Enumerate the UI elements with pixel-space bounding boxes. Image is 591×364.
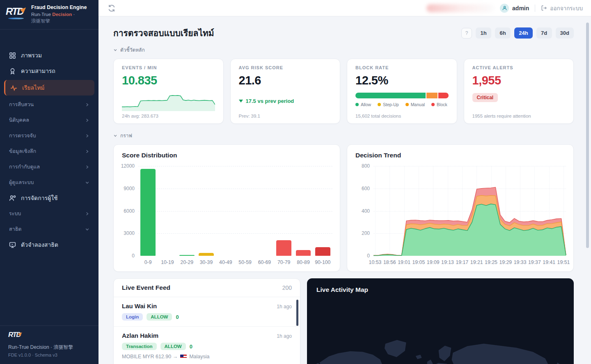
event-type-badge: Transaction — [122, 343, 157, 350]
decision-badge: ALLOW — [147, 313, 172, 321]
kpi-label: BLOCK RATE — [355, 65, 449, 70]
sidebar-group-investigation[interactable]: การสืบสวน — [0, 97, 98, 112]
score-distribution-plot: 0300060009000120000-910-1920-2930-3940-4… — [122, 166, 332, 266]
chart-title: Score Distribution — [122, 152, 332, 159]
sidebar-item-realtime[interactable]: เรียลไทม์ — [4, 80, 94, 96]
kpi-delta: 17.5 vs prev period — [239, 98, 332, 104]
kpi-row: EVENTS / MIN 10.835 24h avg: 283.673 AVG… — [113, 59, 574, 124]
manual-segment — [426, 93, 438, 98]
help-button[interactable]: ? — [461, 28, 472, 39]
range-30d-button[interactable]: 30d — [556, 27, 574, 39]
decision-legend: Allow Step-Up Manual Block — [355, 102, 449, 107]
score-distribution-card: Score Distribution 0300060009000120000-9… — [113, 144, 340, 272]
decision-mix-bar — [355, 93, 449, 98]
sidebar-nav: ภาพรวม ความสามารถ เรียลไทม์ การสืบสวน นิ… — [0, 30, 98, 253]
charts-section-toggle[interactable]: กราฟ — [113, 132, 574, 139]
kpi-value: 1,955 — [472, 74, 566, 87]
kpi-avg-risk-score: AVG RISK SCORE 21.6 17.5 vs prev period … — [230, 59, 341, 124]
feed-item-time: 1h ago — [277, 304, 292, 309]
sidebar-group-insights[interactable]: ข้อมูลเชิงลึก — [0, 143, 98, 159]
chevron-right-icon — [85, 102, 89, 107]
kpi-events-per-min: EVENTS / MIN 10.835 24h avg: 283.673 — [113, 59, 224, 124]
sidebar-item-user-management[interactable]: การจัดการผู้ใช้ — [0, 190, 98, 206]
sidebar-item-demo-simulator[interactable]: ตัวจำลองสาธิต — [0, 237, 98, 253]
range-24h-button[interactable]: 24h — [514, 27, 532, 39]
footer-version-line: FDE v1.0.0 · Schema v3 — [8, 353, 90, 357]
chevron-right-icon — [85, 118, 89, 123]
sidebar-group-system[interactable]: ระบบ — [0, 206, 98, 221]
feed-item-name: Lau Wai Kin — [122, 303, 157, 309]
range-6h-button[interactable]: 6h — [495, 27, 511, 39]
event-type-badge: Login — [122, 313, 143, 321]
kpi-label: EVENTS / MIN — [122, 65, 215, 70]
allow-dot — [355, 103, 359, 106]
metrics-section-toggle[interactable]: ตัวชี้วัดหลัก — [113, 46, 574, 54]
brand-swoosh — [8, 18, 24, 19]
activity-icon — [10, 84, 17, 91]
redacted-badge — [426, 4, 494, 12]
sidebar-item-overview[interactable]: ภาพรวม — [0, 48, 98, 63]
risk-score: 0 — [190, 344, 192, 350]
sidebar-group-legal-entity[interactable]: นิติบุคคล — [0, 112, 98, 128]
chevron-right-icon — [85, 165, 89, 169]
feed-item-time: 1h ago — [277, 333, 292, 339]
brand-title: Fraud Decision Engine — [31, 4, 87, 11]
feed-item[interactable]: Azlan Hakim 1h ago Transaction ALLOW 0 M… — [114, 327, 300, 364]
sidebar-item-capabilities[interactable]: ความสามารถ — [0, 63, 98, 79]
brand-logo-text: RTD — [6, 6, 23, 17]
range-7d-button[interactable]: 7d — [536, 27, 552, 39]
footer-product-line: Run-True Decision · 浪驱智擎 — [8, 344, 90, 351]
kpi-label: AVG RISK SCORE — [239, 65, 332, 70]
kpi-footer: 24h avg: 283.673 — [122, 114, 158, 118]
logout-icon — [541, 5, 547, 11]
user-menu[interactable]: admin — [500, 4, 529, 13]
user-avatar-icon — [500, 4, 509, 13]
bottom-row: Live Event Feed 200 Lau Wai Kin 1h ago L… — [113, 278, 574, 364]
stepup-dot — [378, 103, 381, 106]
kpi-block-rate: BLOCK RATE 12.5% Allow Step-Up Manual Bl… — [347, 59, 457, 124]
block-segment — [438, 93, 449, 98]
chevron-down-icon — [85, 227, 89, 232]
grid-icon — [9, 52, 16, 59]
kpi-value: 12.5% — [355, 74, 449, 87]
sidebar-group-demo[interactable]: สาธิต — [0, 221, 98, 237]
user-gear-icon — [9, 195, 16, 202]
feed-scrollbar-thumb[interactable] — [296, 300, 298, 326]
feed-count: 200 — [282, 284, 292, 291]
main-area: admin ออกจากระบบ การตรวจสอบแบบเรียลไทม์ … — [98, 0, 591, 364]
chevron-down-icon — [85, 180, 89, 185]
footer-logo: RTD — [8, 331, 25, 341]
page-scrollbar-thumb[interactable] — [586, 23, 589, 248]
sidebar-group-governance[interactable]: การกำกับดูแล — [0, 159, 98, 175]
sidebar-group-admin[interactable]: ผู้ดูแลระบบ — [0, 175, 98, 190]
refresh-icon[interactable] — [108, 4, 116, 12]
sidebar-footer: RTD Run-True Decision · 浪驱智擎 FDE v1.0.0 … — [0, 325, 98, 364]
sidebar-group-detection[interactable]: การตรวจจับ — [0, 128, 98, 143]
live-event-feed-card: Live Event Feed 200 Lau Wai Kin 1h ago L… — [113, 278, 300, 364]
kpi-footer: 15,602 total decisions — [355, 114, 401, 118]
chevron-right-icon — [85, 134, 89, 138]
feed-item-detail: MOBILE MYR 612.90 → Malaysia — [122, 354, 292, 359]
kpi-value: 10.835 — [122, 74, 215, 87]
sidebar: RTD Fraud Decision Engine Run-True Decis… — [0, 0, 98, 364]
range-1h-button[interactable]: 1h — [476, 27, 491, 39]
feed-item[interactable]: Lau Wai Kin 1h ago Login ALLOW 0 — [114, 297, 300, 327]
award-icon — [9, 68, 16, 75]
time-range-group: ? 1h 6h 24h 7d 30d — [461, 27, 574, 39]
logout-button[interactable]: ออกจากระบบ — [541, 4, 583, 13]
brand-cn: 浪驱智擎 — [31, 18, 87, 24]
chart-title: Decision Trend — [355, 152, 565, 159]
brand-logo: RTD — [6, 6, 27, 20]
allow-segment — [355, 93, 426, 98]
page-title: การตรวจสอบแบบเรียลไทม์ — [113, 26, 214, 40]
kpi-active-alerts: ACTIVE ALERTS 1,955 Critical 1955 alerts… — [464, 59, 574, 124]
feed-title: Live Event Feed — [122, 284, 170, 291]
user-name: admin — [512, 5, 529, 11]
page-content: การตรวจสอบแบบเรียลไทม์ ? 1h 6h 24h 7d 30… — [98, 16, 591, 364]
events-sparkline — [122, 91, 215, 111]
block-dot — [431, 103, 435, 106]
feed-item-name: Azlan Hakim — [122, 332, 158, 339]
chevron-right-icon — [85, 212, 89, 216]
triangle-down-icon — [239, 100, 243, 102]
brand-subtitle: Run-True Decision · — [31, 11, 87, 18]
